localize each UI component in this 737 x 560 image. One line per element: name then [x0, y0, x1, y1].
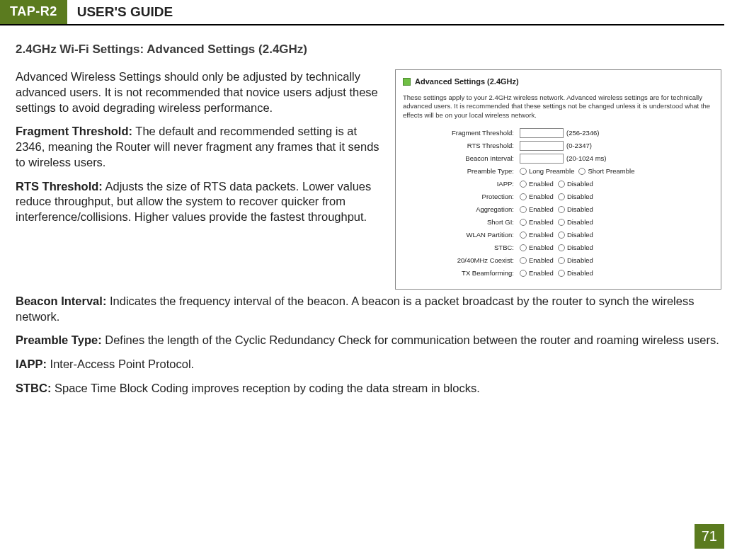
preamble-paragraph: Preamble Type: Defines the length of the… — [16, 333, 721, 348]
stbc-disabled-radio[interactable]: Disabled — [558, 243, 593, 253]
wlan-enabled-radio[interactable]: Enabled — [520, 230, 554, 240]
product-badge: TAP-R2 — [0, 0, 67, 24]
shortgi-disabled-radio[interactable]: Disabled — [558, 217, 593, 227]
row-iapp: IAPP: Enabled Disabled — [403, 178, 714, 190]
aggregation-disabled-radio[interactable]: Disabled — [558, 205, 593, 215]
row-wlan-partition: WLAN Partition: Enabled Disabled — [403, 229, 714, 241]
panel-description: These settings apply to your 2.4GHz wire… — [403, 93, 714, 120]
fragment-threshold-input[interactable] — [520, 128, 564, 138]
row-preamble-type: Preamble Type: Long Preamble Short Pream… — [403, 166, 714, 178]
header: TAP-R2 USER'S GUIDE — [0, 0, 724, 25]
row-tx-beamforming: TX Beamforming: Enabled Disabled — [403, 268, 714, 280]
iapp-paragraph: IAPP: Inter-Access Point Protocol. — [16, 357, 721, 372]
row-fragment-threshold: Fragment Threshold: (256-2346) — [403, 127, 714, 139]
iapp-enabled-radio[interactable]: Enabled — [520, 179, 554, 189]
body-text-full: Beacon Interval: Indicates the frequency… — [16, 294, 721, 396]
settings-panel-screenshot: Advanced Settings (2.4GHz) These setting… — [395, 69, 721, 290]
row-coexist: 20/40MHz Coexist: Enabled Disabled — [403, 255, 714, 267]
rts-paragraph: RTS Threshold: Adjusts the size of RTS d… — [16, 179, 382, 225]
row-rts-threshold: RTS Threshold: (0-2347) — [403, 140, 714, 152]
row-short-gi: Short GI: Enabled Disabled — [403, 217, 714, 229]
row-stbc: STBC: Enabled Disabled — [403, 242, 714, 254]
doc-title: USER'S GUIDE — [67, 0, 183, 24]
panel-title: Advanced Settings (2.4GHz) — [415, 76, 519, 88]
coexist-disabled-radio[interactable]: Disabled — [558, 256, 593, 265]
shortgi-enabled-radio[interactable]: Enabled — [520, 217, 554, 227]
txbf-enabled-radio[interactable]: Enabled — [520, 268, 554, 278]
iapp-disabled-radio[interactable]: Disabled — [558, 179, 593, 189]
stbc-enabled-radio[interactable]: Enabled — [520, 243, 554, 253]
fragment-paragraph: Fragment Threshold: The default and reco… — [16, 124, 382, 170]
row-protection: Protection: Enabled Disabled — [403, 191, 714, 203]
row-beacon-interval: Beacon Interval: (20-1024 ms) — [403, 153, 714, 165]
stbc-paragraph: STBC: Space Time Block Coding improves r… — [16, 381, 721, 396]
row-aggregation: Aggregation: Enabled Disabled — [403, 204, 714, 216]
rts-threshold-input[interactable] — [520, 141, 564, 151]
section-heading: 2.4GHz Wi-Fi Settings: Advanced Settings… — [16, 42, 721, 57]
body-text-left: Advanced Wireless Settings should only b… — [16, 69, 382, 234]
page-number: 71 — [695, 524, 724, 549]
protection-enabled-radio[interactable]: Enabled — [520, 192, 554, 202]
preamble-short-radio[interactable]: Short Preamble — [578, 166, 634, 176]
beacon-paragraph: Beacon Interval: Indicates the frequency… — [16, 294, 721, 325]
intro-paragraph: Advanced Wireless Settings should only b… — [16, 69, 382, 115]
protection-disabled-radio[interactable]: Disabled — [558, 192, 593, 202]
txbf-disabled-radio[interactable]: Disabled — [558, 268, 593, 278]
wlan-disabled-radio[interactable]: Disabled — [558, 230, 593, 240]
aggregation-enabled-radio[interactable]: Enabled — [520, 205, 554, 215]
panel-indicator-icon — [403, 78, 411, 86]
preamble-long-radio[interactable]: Long Preamble — [520, 166, 574, 176]
coexist-enabled-radio[interactable]: Enabled — [520, 256, 554, 265]
page-content: 2.4GHz Wi-Fi Settings: Advanced Settings… — [0, 25, 737, 396]
beacon-interval-input[interactable] — [520, 154, 564, 164]
